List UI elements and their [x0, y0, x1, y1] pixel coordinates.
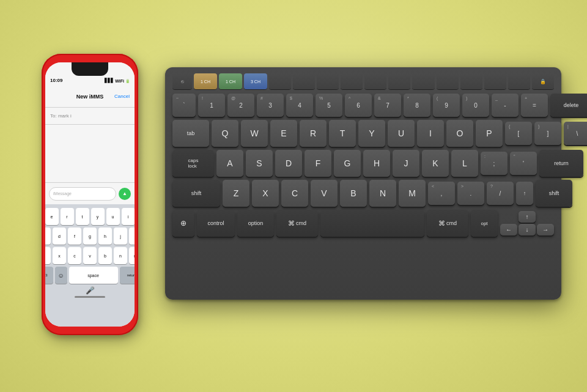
key-D[interactable]: D [275, 150, 302, 177]
key-x[interactable]: x [53, 247, 66, 264]
key-T[interactable]: T [329, 120, 356, 147]
phone-return-key[interactable]: return [120, 267, 135, 284]
key-k[interactable]: k [129, 227, 135, 245]
key-e[interactable]: e [45, 208, 59, 225]
key-W[interactable]: W [241, 120, 268, 147]
key-backslash[interactable]: | \ [564, 122, 587, 145]
key-fn-5[interactable] [269, 73, 291, 89]
key-0[interactable]: ) 0 [462, 94, 489, 117]
key-4[interactable]: $ 4 [286, 94, 313, 117]
key-arrow-right[interactable]: → [537, 224, 554, 235]
key-cmd-right[interactable]: ⌘ cmd [427, 210, 468, 237]
key-c[interactable]: c [68, 247, 81, 264]
key-v[interactable]: v [83, 247, 97, 264]
key-S[interactable]: S [246, 150, 273, 177]
key-return[interactable]: return [539, 150, 583, 177]
key-device-1[interactable]: 1 CH [194, 73, 217, 89]
imessage-field[interactable]: iMessage [49, 187, 116, 201]
key-d[interactable]: d [53, 227, 66, 245]
key-u[interactable]: u [106, 208, 120, 225]
key-escape[interactable]: ⎋ [172, 73, 192, 89]
key-g[interactable]: g [83, 227, 97, 245]
key-control[interactable]: control [197, 210, 235, 237]
key-fn-13[interactable] [460, 73, 482, 89]
key-X[interactable]: X [252, 180, 279, 207]
key-b[interactable]: b [98, 247, 112, 264]
key-s[interactable]: s [45, 227, 51, 245]
key-R[interactable]: R [300, 120, 327, 147]
send-button[interactable]: ▲ [119, 188, 131, 200]
key-option-left[interactable]: option [237, 210, 274, 237]
key-y[interactable]: y [91, 208, 105, 225]
key-cmd-left[interactable]: ⌘ cmd [276, 210, 318, 237]
key-t[interactable]: t [76, 208, 89, 225]
key-minus[interactable]: _ - [492, 94, 519, 117]
key-P[interactable]: P [476, 120, 503, 147]
key-spacebar[interactable] [320, 210, 424, 237]
key-arrow-left[interactable]: ← [500, 224, 517, 235]
key-I[interactable]: I [417, 120, 444, 147]
key-shift-left[interactable]: shift [172, 180, 220, 207]
key-N[interactable]: N [369, 180, 396, 207]
phone-mic-icon[interactable]: 🎤 [86, 286, 95, 295]
key-caps-lock[interactable]: capslock [172, 150, 214, 177]
key-arrow-up-cluster[interactable]: ↑ [519, 211, 536, 223]
key-3[interactable]: # 3 [257, 94, 284, 117]
key-fn-6[interactable] [293, 73, 315, 89]
key-rbracket[interactable]: } ] [534, 122, 561, 145]
key-i[interactable]: i [122, 208, 135, 225]
key-arrow-down[interactable]: ↓ [519, 224, 536, 235]
key-H[interactable]: H [363, 150, 390, 177]
key-fn-8[interactable] [341, 73, 363, 89]
key-U[interactable]: U [388, 120, 415, 147]
key-fn-7[interactable] [317, 73, 339, 89]
key-F[interactable]: F [305, 150, 331, 177]
key-fn-lock[interactable]: 🔒 [532, 73, 554, 89]
key-device-3[interactable]: 3 CH [244, 73, 267, 89]
key-E[interactable]: E [270, 120, 297, 147]
key-V[interactable]: V [311, 180, 338, 207]
key-8[interactable]: * 8 [404, 94, 430, 117]
key-shift-right[interactable]: shift [536, 180, 572, 207]
phone-emoji-key[interactable]: ☺ [55, 267, 67, 284]
key-comma[interactable]: < , [428, 182, 455, 205]
phone-compose-field[interactable]: To: mark i [45, 108, 135, 125]
key-delete[interactable]: delete [550, 94, 587, 117]
key-fn-14[interactable] [484, 73, 506, 89]
key-fn-12[interactable] [437, 73, 459, 89]
key-opt-right[interactable]: opt [471, 210, 498, 237]
key-2[interactable]: @ 2 [227, 94, 254, 117]
key-A[interactable]: A [216, 150, 243, 177]
key-C[interactable]: C [281, 180, 308, 207]
key-fn-10[interactable] [388, 73, 410, 89]
cancel-button[interactable]: Cancel [114, 94, 130, 99]
key-semicolon[interactable]: : ; [481, 152, 508, 175]
key-5[interactable]: % 5 [316, 94, 342, 117]
key-m[interactable]: m [129, 247, 135, 264]
key-O[interactable]: O [446, 120, 473, 147]
key-globe[interactable]: ⊕ [172, 210, 194, 237]
key-lbracket[interactable]: { [ [505, 122, 532, 145]
key-arrow-up[interactable]: ↑ [516, 182, 533, 205]
key-7[interactable]: & 7 [374, 94, 401, 117]
key-tab[interactable]: tab [172, 120, 209, 147]
key-Y[interactable]: Y [358, 120, 385, 147]
key-slash[interactable]: ? / [487, 182, 514, 205]
key-f[interactable]: f [68, 227, 81, 245]
key-fn-11[interactable] [412, 73, 434, 89]
key-fn-15[interactable] [508, 73, 530, 89]
key-j[interactable]: j [114, 227, 127, 245]
phone-123-key[interactable]: 123 [45, 267, 53, 284]
key-equals[interactable]: + = [521, 94, 548, 117]
key-r[interactable]: r [61, 208, 74, 225]
key-quote[interactable]: " ' [510, 152, 537, 175]
key-K[interactable]: K [422, 150, 449, 177]
phone-space-key[interactable]: space [69, 267, 118, 284]
key-L[interactable]: L [451, 150, 478, 177]
key-M[interactable]: M [399, 180, 426, 207]
key-B[interactable]: B [340, 180, 367, 207]
key-fn-9[interactable] [364, 73, 386, 89]
key-n[interactable]: n [114, 247, 127, 264]
key-9[interactable]: ( 9 [433, 94, 460, 117]
key-6[interactable]: ^ 6 [345, 94, 372, 117]
